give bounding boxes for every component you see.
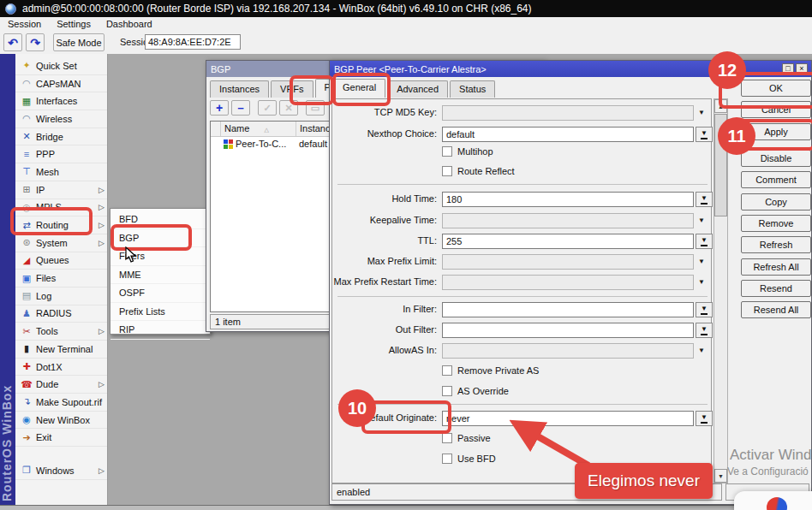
nexthop-choice-field[interactable]: default <box>442 127 694 142</box>
ttl-field[interactable]: 255 <box>442 234 694 249</box>
redo-button[interactable]: ↷ <box>26 33 45 51</box>
sidebar-item-interfaces[interactable]: ▦ Interfaces <box>15 92 107 110</box>
sidebar-item-queues[interactable]: ◢ Queues <box>15 252 107 270</box>
sidebar-item-label: CAPsMAN <box>36 79 81 89</box>
as-override-label: AS Override <box>457 386 509 396</box>
sidebar-item-ppp[interactable]: ≡ PPP <box>15 145 107 163</box>
submenu-item-ospf[interactable]: OSPF <box>110 284 210 303</box>
log-icon: ▤ <box>20 291 33 300</box>
submenu-item-prefix-lists[interactable]: Prefix Lists <box>110 303 210 322</box>
sidebar-item-ip[interactable]: ⊞ IP ▷ <box>15 181 107 199</box>
hold-time-field[interactable]: 180 <box>442 192 694 207</box>
nexthop-choice-dropdown-button[interactable]: ▼ <box>696 127 713 142</box>
passive-checkbox[interactable] <box>442 433 452 443</box>
allowas-in-dropdown-icon[interactable]: ▼ <box>698 347 705 354</box>
sidebar-item-make-supout[interactable]: ↴ Make Supout.rif <box>15 394 107 412</box>
in-filter-dropdown-button[interactable]: ▼ <box>696 302 713 317</box>
bgp-window-title: BGP <box>211 64 230 74</box>
windows-icon: ❐ <box>20 466 33 475</box>
in-filter-label: In Filter: <box>332 304 437 314</box>
menu-dashboard[interactable]: Dashboard <box>99 17 160 32</box>
max-prefix-limit-dropdown-icon[interactable]: ▼ <box>698 258 705 265</box>
keepalive-time-label: Keepalive Time: <box>332 215 437 225</box>
capsman-icon: ◠ <box>20 79 33 88</box>
use-bfd-label: Use BFD <box>457 454 496 464</box>
resend-button[interactable]: Resend <box>741 280 811 297</box>
max-prefix-limit-field[interactable] <box>442 254 694 270</box>
sidebar-item-quick-set[interactable]: ✦ Quick Set <box>15 57 107 75</box>
remove-item-button[interactable]: − <box>231 100 250 116</box>
sidebar-item-label: Wireless <box>36 114 72 124</box>
submenu-item-mme[interactable]: MME <box>110 266 210 285</box>
add-button[interactable]: + <box>210 100 229 116</box>
copy-button[interactable]: Copy <box>741 193 811 211</box>
max-prefix-limit-label: Max Prefix Limit: <box>332 256 437 266</box>
keepalive-dropdown-icon[interactable]: ▼ <box>698 217 705 224</box>
keepalive-time-field[interactable] <box>442 213 694 228</box>
window-title: admin@50:00:00:08:00:00 (Router Borde IS… <box>22 3 532 15</box>
as-override-checkbox[interactable] <box>442 386 452 396</box>
tcp-md5-key-dropdown-icon[interactable]: ▼ <box>698 110 705 116</box>
sidebar-item-new-terminal[interactable]: ▮ New Terminal <box>15 341 107 359</box>
sidebar-item-radius[interactable]: ♟ RADIUS <box>15 305 107 323</box>
tab-advanced[interactable]: Advanced <box>387 80 448 98</box>
max-prefix-restart-dropdown-icon[interactable]: ▼ <box>698 279 705 286</box>
route-reflect-checkbox[interactable] <box>442 166 452 176</box>
ip-icon: ⊞ <box>20 185 33 194</box>
remove-button[interactable]: Remove <box>741 215 811 232</box>
enable-button[interactable]: ✓ <box>258 100 277 116</box>
undo-button[interactable]: ↶ <box>3 33 22 51</box>
refresh-all-button[interactable]: Refresh All <box>741 258 811 276</box>
scroll-down-button[interactable]: ▼ <box>714 469 727 483</box>
sidebar-item-new-winbox[interactable]: ◉ New WinBox <box>15 412 107 430</box>
resend-all-button[interactable]: Resend All <box>741 301 811 318</box>
out-filter-field[interactable] <box>442 323 694 338</box>
sidebar-item-tools[interactable]: ✂ Tools ▷ <box>15 323 107 341</box>
ttl-dropdown-button[interactable]: ▼ <box>696 234 713 249</box>
sidebar-item-label: Interfaces <box>36 96 77 106</box>
default-originate-dropdown-button[interactable]: ▼ <box>696 411 713 426</box>
menu-settings[interactable]: Settings <box>49 17 99 32</box>
sidebar-item-system[interactable]: ⊛ System ▷ <box>15 234 107 252</box>
tab-status[interactable]: Status <box>450 80 495 98</box>
corner-popup[interactable] <box>734 491 812 510</box>
peer-name-cell: Peer-To-C... <box>236 139 294 149</box>
sidebar-item-capsman[interactable]: ◠ CAPsMAN <box>15 75 107 93</box>
allowas-in-field[interactable] <box>442 343 694 359</box>
sidebar-item-windows[interactable]: ❐ Windows ▷ <box>15 462 107 480</box>
separator <box>337 296 708 297</box>
annotation-step-10: 10 <box>338 389 376 427</box>
submenu-arrow-icon: ▷ <box>99 466 104 475</box>
cursor-icon <box>125 246 136 263</box>
max-prefix-restart-label: Max Prefix Restart Time: <box>332 276 437 287</box>
form-scrollbar[interactable]: ▲ ▼ <box>713 98 728 483</box>
sidebar-item-dot1x[interactable]: ✚ Dot1X <box>15 359 107 377</box>
sidebar-item-files[interactable]: ▣ Files <box>15 270 107 288</box>
use-bfd-checkbox[interactable] <box>442 454 452 464</box>
sidebar-item-bridge[interactable]: ✕ Bridge <box>15 128 107 146</box>
sidebar-item-label: Mesh <box>36 167 59 177</box>
in-filter-field[interactable] <box>442 302 694 317</box>
session-field[interactable]: 48:A9:8A:EE:D7:2E <box>145 34 241 50</box>
refresh-button[interactable]: Refresh <box>741 236 811 253</box>
menu-session[interactable]: Session <box>0 17 49 32</box>
hold-time-dropdown-button[interactable]: ▼ <box>696 192 713 207</box>
tcp-md5-key-field[interactable] <box>442 105 694 121</box>
sidebar-item-wireless[interactable]: ◠ Wireless <box>15 110 107 128</box>
tab-instances[interactable]: Instances <box>210 80 269 98</box>
sidebar-item-log[interactable]: ▤ Log <box>15 288 107 305</box>
submenu-item-rip[interactable]: RIP <box>110 321 210 340</box>
remove-private-as-checkbox[interactable] <box>442 365 452 376</box>
sidebar-item-mesh[interactable]: ⊤ Mesh <box>15 163 107 181</box>
out-filter-dropdown-button[interactable]: ▼ <box>696 323 713 338</box>
multihop-checkbox[interactable] <box>442 146 452 157</box>
sidebar-item-exit[interactable]: ➔ Exit <box>15 429 107 447</box>
max-prefix-restart-field[interactable] <box>442 275 694 290</box>
comment-button[interactable]: Comment <box>741 171 811 188</box>
sidebar-item-dude[interactable]: ☎ Dude ▷ <box>15 376 107 394</box>
window-titlebar[interactable]: admin@50:00:00:08:00:00 (Router Borde IS… <box>0 0 812 17</box>
tcp-md5-key-label: TCP MD5 Key: <box>332 107 437 117</box>
safe-mode-button[interactable]: Safe Mode <box>53 33 104 51</box>
disable-button[interactable]: Disable <box>741 150 811 167</box>
column-name[interactable]: Name △ <box>221 122 296 136</box>
